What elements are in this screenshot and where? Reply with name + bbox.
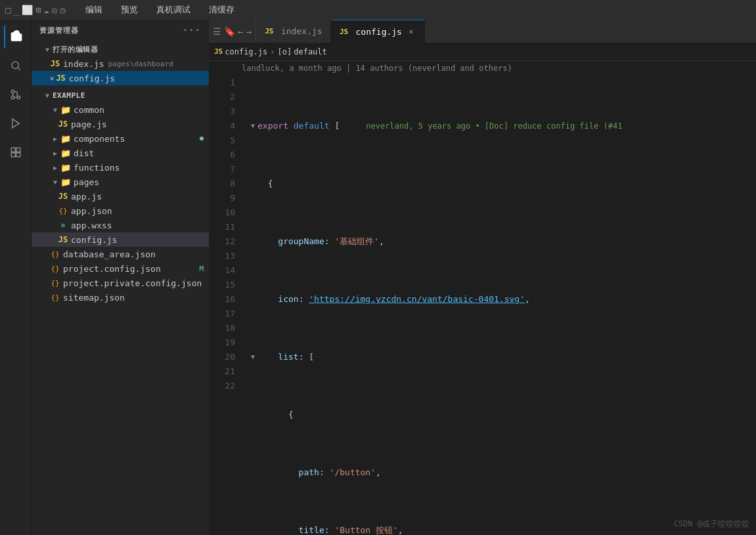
folder-functions[interactable]: ▶ 📁 functions	[32, 160, 209, 175]
modified-badge	[200, 137, 204, 140]
folder-common-arrow: ▼	[50, 104, 60, 115]
code-line-3: ▼ groupName: '基础组件',	[248, 234, 756, 249]
code-editor[interactable]: 1 2 3 4 5 6 7 8 9 10 11 12 13 14 15 16 1…	[209, 75, 756, 535]
menu-bar: □ _ ⬜ ⊞ ☁ ◎ ◷ 编辑 预览 真机调试 清缓存	[0, 0, 756, 20]
folder-example[interactable]: ▼ EXAMPLE	[32, 88, 209, 102]
activity-debug[interactable]	[4, 112, 28, 135]
code-line-1: ▼ export default [ neverland, 5 years ag…	[248, 119, 756, 133]
watermark: CSDN @或子哎哎哎哎	[674, 519, 749, 530]
back-icon[interactable]: ←	[238, 26, 243, 37]
json-file-icon: {}	[50, 263, 60, 274]
file-database-area-json[interactable]: {} database_area.json	[32, 247, 209, 261]
forward-icon[interactable]: →	[246, 26, 251, 37]
code-line-6: ▼ {	[248, 408, 756, 422]
folder-dist[interactable]: ▶ 📁 dist	[32, 146, 209, 160]
editor-area: ☰ 🔖 ← → JS index.js JS config.js ✕ JS co…	[209, 20, 756, 535]
breadcrumb-separator: ›	[270, 47, 275, 56]
menu-clear-cache[interactable]: 清缓存	[205, 3, 238, 17]
folder-components[interactable]: ▶ 📁 components	[32, 131, 209, 146]
bookmark-icon[interactable]: 🔖	[224, 26, 235, 37]
folder-dist-arrow: ▶	[50, 148, 60, 158]
folder-icon: 📁	[60, 133, 71, 144]
folder-pages[interactable]: ▼ 📁 pages	[32, 175, 209, 189]
open-file-config-js[interactable]: ✕ JS config.js	[32, 71, 209, 85]
breadcrumb-file: JS config.js	[214, 47, 267, 56]
sidebar-header-icons: ···	[183, 25, 201, 35]
folder-icon: 📁	[60, 104, 71, 115]
file-page-js[interactable]: JS page.js	[32, 117, 209, 131]
js-file-icon: JS	[214, 47, 223, 56]
tab-bar: ☰ 🔖 ← → JS index.js JS config.js ✕	[209, 20, 756, 43]
hamburger-icon[interactable]: ☰	[213, 26, 221, 37]
js-tab-icon: JS	[339, 26, 349, 37]
js-file-icon: JS	[58, 119, 68, 129]
file-app-js[interactable]: JS app.js	[32, 189, 209, 203]
fold-arrow-5[interactable]: ▼	[248, 353, 257, 362]
svg-rect-6	[11, 148, 15, 152]
json-file-icon: {}	[50, 278, 60, 288]
svg-marker-5	[12, 119, 19, 128]
folder-example-arrow: ▼	[42, 90, 53, 100]
folder-icon: 📁	[60, 177, 71, 187]
tab-config-js[interactable]: JS config.js ✕	[331, 20, 425, 43]
activity-bar	[0, 20, 32, 535]
file-project-private-config-json[interactable]: {} project.private.config.json	[32, 276, 209, 290]
open-file-index-js[interactable]: JS index.js pages\dashboard	[32, 56, 209, 71]
svg-rect-8	[16, 153, 20, 157]
menu-edit[interactable]: 编辑	[81, 3, 106, 17]
sidebar-header: 资源管理器 ···	[32, 20, 209, 41]
folder-icon: 📁	[60, 148, 71, 158]
svg-point-3	[11, 96, 14, 99]
code-content[interactable]: ▼ export default [ neverland, 5 years ag…	[242, 75, 756, 535]
wxss-file-icon: ≋	[58, 220, 68, 230]
svg-point-2	[11, 90, 14, 93]
js-file-icon: JS	[58, 234, 68, 245]
code-line-2: ▼ {	[248, 177, 756, 191]
folder-common[interactable]: ▼ 📁 common	[32, 102, 209, 117]
svg-point-0	[12, 62, 19, 69]
line-numbers: 1 2 3 4 5 6 7 8 9 10 11 12 13 14 15 16 1…	[209, 75, 242, 535]
file-sitemap-json[interactable]: {} sitemap.json	[32, 290, 209, 305]
tab-close-button[interactable]: ✕	[406, 26, 416, 37]
svg-rect-7	[16, 148, 20, 152]
open-editors-section: ▼ 打开的编辑器 JS index.js pages\dashboard ✕ J…	[32, 41, 209, 87]
json-file-icon: {}	[50, 292, 60, 303]
m-badge: M	[199, 265, 204, 273]
file-config-js[interactable]: JS config.js	[32, 232, 209, 247]
breadcrumb-item: [o] default	[278, 47, 327, 56]
file-project-config-json[interactable]: {} project.config.json M	[32, 261, 209, 276]
activity-git[interactable]	[4, 83, 28, 106]
example-section: ▼ EXAMPLE ▼ 📁 common JS page.js ▶ 📁 comp…	[32, 87, 209, 306]
open-editors-label[interactable]: ▼ 打开的编辑器	[32, 42, 209, 56]
git-blame-inline: neverland, 5 years ago • [Doc] reduce co…	[366, 119, 622, 133]
git-info-bar: landluck, a month ago | 14 authors (neve…	[209, 61, 756, 75]
file-app-wxss[interactable]: ≋ app.wxss	[32, 218, 209, 232]
js-file-icon: JS	[50, 58, 60, 69]
tab-index-js[interactable]: JS index.js	[256, 20, 331, 43]
breadcrumb-bar: JS config.js › [o] default	[209, 43, 756, 61]
code-line-7: ▼ path: '/button',	[248, 465, 756, 480]
folder-pages-arrow: ▼	[50, 177, 60, 187]
activity-explorer[interactable]	[4, 25, 28, 49]
js-file-icon: JS	[58, 191, 68, 202]
bracket-icon: [o]	[278, 47, 292, 56]
code-line-5: ▼ list: [	[248, 350, 756, 364]
breadcrumb-nav: JS config.js › [o] default	[214, 47, 327, 56]
folder-components-arrow: ▶	[50, 133, 60, 144]
open-editors-arrow: ▼	[42, 44, 53, 54]
js-tab-icon: JS	[264, 26, 275, 37]
json-file-icon: {}	[50, 249, 60, 259]
menu-debug[interactable]: 真机调试	[152, 3, 194, 17]
folder-functions-arrow: ▶	[50, 162, 60, 173]
activity-extensions[interactable]	[4, 140, 28, 164]
sidebar: 资源管理器 ··· ▼ 打开的编辑器 JS index.js pages\das…	[32, 20, 209, 535]
folder-icon: 📁	[60, 162, 71, 173]
json-file-icon: {}	[58, 205, 68, 216]
svg-rect-9	[11, 153, 15, 157]
svg-line-1	[18, 68, 20, 70]
fold-arrow-1[interactable]: ▼	[248, 121, 257, 131]
menu-preview[interactable]: 预览	[117, 3, 142, 17]
activity-search[interactable]	[4, 54, 28, 77]
code-line-4: ▼ icon: 'https://img.yzcdn.cn/vant/basic…	[248, 292, 756, 307]
file-app-json[interactable]: {} app.json	[32, 203, 209, 218]
